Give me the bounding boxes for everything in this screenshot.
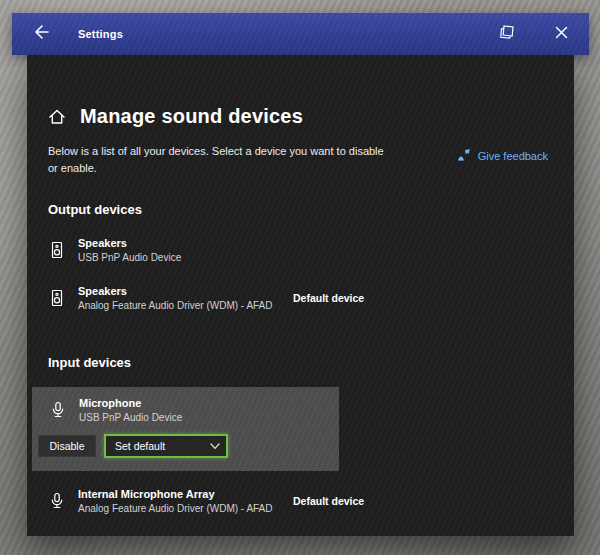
device-text: Speakers USB PnP Audio Device [78, 237, 293, 263]
device-text: Speakers Analog Feature Audio Driver (WD… [78, 285, 293, 311]
microphone-icon [48, 492, 66, 510]
multi-window-icon [498, 23, 516, 45]
page-title: Manage sound devices [80, 105, 303, 128]
default-device-badge: Default device [293, 292, 546, 304]
close-icon [554, 25, 569, 44]
default-device-badge: Default device [293, 495, 546, 507]
content-panel: Manage sound devices Below is a list of … [27, 55, 574, 536]
device-detail: USB PnP Audio Device [78, 252, 293, 263]
device-name: Internal Microphone Array [78, 488, 293, 500]
page-description: Below is a list of all your devices. Sel… [48, 143, 393, 177]
set-default-dropdown[interactable]: Set default [104, 434, 228, 458]
set-default-label: Set default [115, 440, 165, 452]
feedback-icon [457, 148, 471, 164]
device-detail: Analog Feature Audio Driver (WDM) - AFAD [78, 300, 293, 311]
output-devices-heading: Output devices [48, 202, 546, 217]
back-arrow-icon [31, 22, 51, 46]
input-devices-heading: Input devices [48, 355, 546, 370]
speaker-icon [48, 289, 66, 307]
device-text: Microphone USB PnP Audio Device [79, 397, 339, 423]
microphone-icon [49, 401, 67, 419]
home-icon [48, 108, 66, 126]
window-title: Settings [78, 28, 123, 40]
disable-button[interactable]: Disable [38, 435, 96, 457]
device-text: Internal Microphone Array Analog Feature… [78, 488, 293, 514]
selected-device-panel: Microphone USB PnP Audio Device Disable … [32, 387, 339, 471]
chevron-down-icon [210, 440, 220, 452]
device-detail: USB PnP Audio Device [79, 412, 339, 423]
speaker-icon [48, 241, 66, 259]
page-header: Manage sound devices [48, 105, 546, 128]
back-button[interactable] [28, 21, 54, 47]
follow-window-button[interactable] [495, 22, 519, 46]
device-row-internal-mic-array[interactable]: Internal Microphone Array Analog Feature… [48, 486, 546, 516]
feedback-label: Give feedback [478, 150, 548, 162]
give-feedback-link[interactable]: Give feedback [457, 148, 548, 164]
device-row-speakers-analog[interactable]: Speakers Analog Feature Audio Driver (WD… [48, 283, 546, 313]
device-name: Speakers [78, 285, 293, 297]
device-detail: Analog Feature Audio Driver (WDM) - AFAD [78, 503, 293, 514]
close-button[interactable] [549, 22, 573, 46]
settings-window: Settings [0, 0, 600, 555]
device-actions: Disable Set default [32, 434, 339, 458]
device-row-speakers-usb[interactable]: Speakers USB PnP Audio Device [48, 235, 546, 265]
device-row-microphone-usb[interactable]: Microphone USB PnP Audio Device [32, 397, 339, 423]
titlebar: Settings [12, 13, 589, 55]
device-name: Microphone [79, 397, 339, 409]
device-name: Speakers [78, 237, 293, 249]
